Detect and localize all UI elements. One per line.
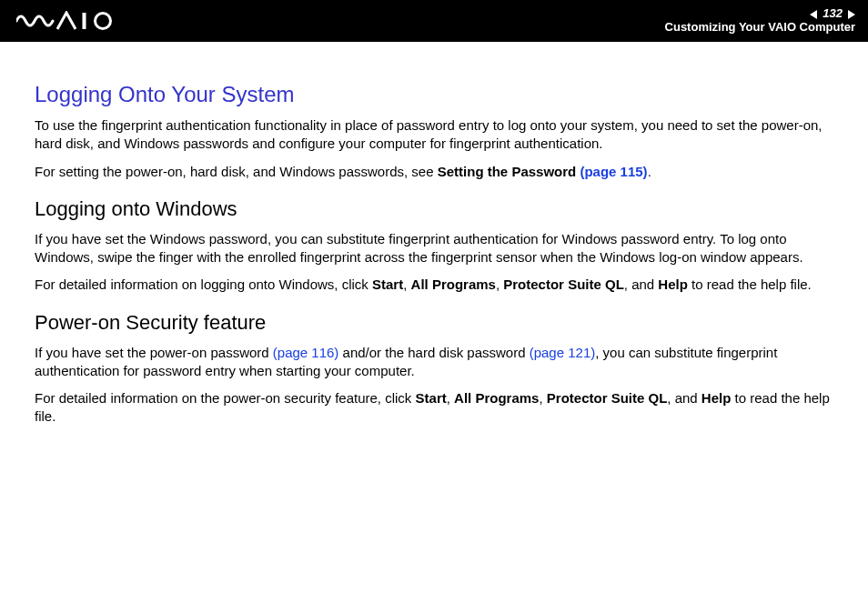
text-run: , and (624, 276, 659, 292)
text-run: to read the help file. (688, 276, 812, 292)
text-run: If you have set the power-on password (35, 345, 273, 360)
vaio-logo (16, 11, 116, 31)
text-run: , (539, 390, 546, 406)
text-bold: Start (372, 276, 403, 292)
page-link[interactable]: (page 115) (580, 164, 647, 179)
body-text: For setting the power-on, hard disk, and… (35, 163, 833, 181)
text-bold: All Programs (411, 276, 496, 292)
text-bold: Help (701, 390, 732, 406)
text-bold: Protector Suite QL (503, 276, 624, 292)
body-text: For detailed information on the power-on… (35, 389, 833, 427)
page-nav: 132 (665, 7, 855, 21)
vaio-logo-icon (16, 11, 116, 31)
subsection-title: Power-on Security feature (35, 311, 833, 335)
page-number: 132 (821, 7, 844, 21)
page-link[interactable]: (page 121) (530, 345, 596, 360)
document-page: 132 Customizing Your VAIO Computer Loggi… (0, 0, 868, 613)
page-link[interactable]: (page 116) (273, 345, 339, 360)
text-run: and/or the hard disk password (338, 345, 529, 360)
body-text: If you have set the Windows password, yo… (35, 230, 833, 267)
text-bold: Protector Suite QL (547, 390, 668, 406)
svg-point-1 (96, 14, 111, 29)
text-bold: Setting the Password (438, 164, 580, 179)
body-text: For detailed information on logging onto… (35, 276, 833, 294)
body-text: To use the fingerprint authentication fu… (35, 116, 833, 154)
section-title: Logging Onto Your System (35, 82, 833, 107)
text-run: , (447, 390, 454, 406)
text-run: , (403, 276, 410, 292)
header-right: 132 Customizing Your VAIO Computer (665, 7, 855, 35)
header-bar: 132 Customizing Your VAIO Computer (0, 0, 868, 42)
text-run: For detailed information on the power-on… (35, 390, 416, 406)
nav-next-icon[interactable] (848, 10, 855, 19)
text-run: For setting the power-on, hard disk, and… (35, 164, 438, 179)
body-text: If you have set the power-on password (p… (35, 344, 833, 381)
text-run: For detailed information on logging onto… (35, 276, 372, 292)
text-bold: Help (658, 276, 688, 292)
breadcrumb: Customizing Your VAIO Computer (665, 21, 855, 35)
nav-prev-icon[interactable] (810, 10, 817, 19)
text-bold: Start (416, 390, 447, 406)
text-run: , and (667, 390, 701, 406)
text-bold: All Programs (454, 390, 539, 406)
subsection-title: Logging onto Windows (35, 197, 833, 221)
svg-rect-0 (83, 13, 86, 29)
content-area: Logging Onto Your System To use the fing… (0, 42, 868, 427)
text-run: . (648, 164, 651, 179)
